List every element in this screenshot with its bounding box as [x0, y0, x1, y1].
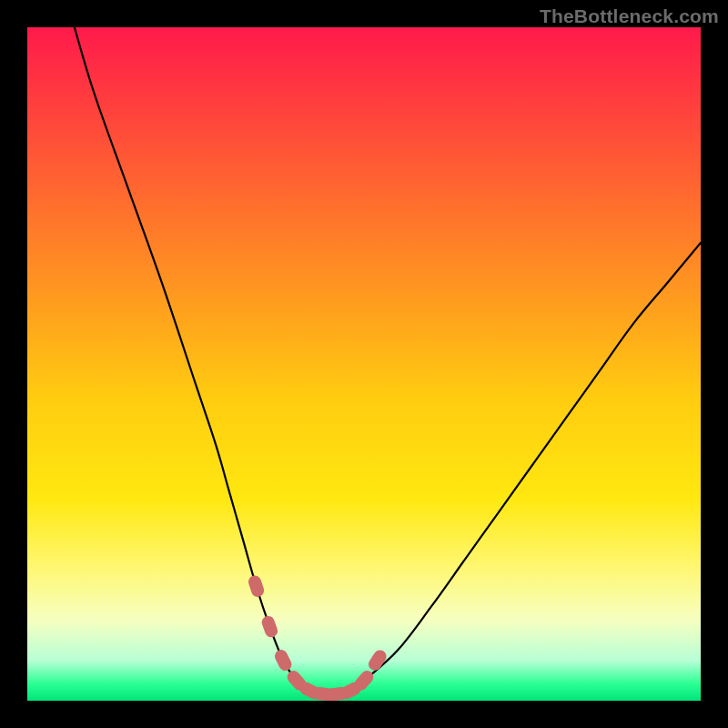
gradient-background: [27, 27, 701, 701]
chart-frame: TheBottleneck.com: [0, 0, 728, 728]
watermark-text: TheBottleneck.com: [540, 5, 719, 27]
plot-area: [27, 27, 701, 701]
chart-svg: [27, 27, 701, 701]
